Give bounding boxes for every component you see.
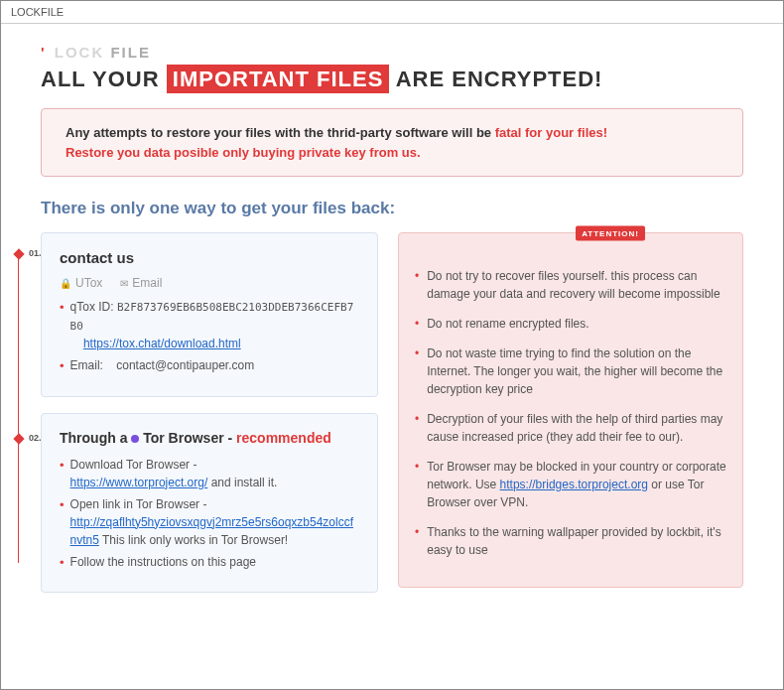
attention-box: ATTENTION! Do not try to recover files y… <box>398 232 743 588</box>
tor-heading: Through a Tor Browser - recommended <box>60 430 359 446</box>
qtox-label: qTox ID: <box>70 300 114 314</box>
columns: 01. 02. contact us 🔒UTox ✉Email qTox ID: <box>41 232 743 609</box>
instructions-heading: There is only one way to get your files … <box>41 199 743 218</box>
step-diamond-1 <box>13 248 24 259</box>
tor-card: Through a Tor Browser - recommended Down… <box>41 413 378 594</box>
list-item: Do not waste time trying to find the sol… <box>415 345 726 398</box>
window-title: LOCKFILE <box>11 6 64 18</box>
alert-line2: Restore you data posible only buying pri… <box>65 145 421 160</box>
list-item: Open link in Tor Browser - http://zqaflh… <box>60 495 359 549</box>
mail-icon: ✉ <box>120 278 128 289</box>
contact-list: qTox ID: B2F873769EB6B508EBC2103DDEB7366… <box>60 298 359 376</box>
headline-pre: ALL YOUR <box>41 67 160 91</box>
logo-word-lock: LOCK <box>55 44 105 61</box>
list-item: Email: contact@contipauper.com <box>60 356 359 376</box>
content-area: ' LOCK FILE ALL YOUR IMPORTANT FILES ARE… <box>1 24 783 628</box>
contact-heading: contact us <box>60 249 359 266</box>
contact-tabs: 🔒UTox ✉Email <box>60 276 359 290</box>
ransom-window: LOCKFILE ' LOCK FILE ALL YOUR IMPORTANT … <box>0 0 784 690</box>
alert-line1-pre: Any attempts to restore your files with … <box>65 125 495 140</box>
attention-list: Do not try to recover files yourself. th… <box>415 267 726 559</box>
tab-utox[interactable]: 🔒UTox <box>60 276 102 290</box>
list-item: Thanks to the warning wallpaper provided… <box>415 523 726 559</box>
step-diamond-2 <box>13 433 24 444</box>
email-value: contact@contipauper.com <box>116 358 254 372</box>
logo-tick-icon: ' <box>41 44 47 61</box>
step-number-2: 02. <box>29 433 42 443</box>
tox-download-link[interactable]: https://tox.chat/download.html <box>83 337 241 350</box>
tor-steps: Download Tor Browser - https://www.torpr… <box>60 456 359 573</box>
tab-email[interactable]: ✉Email <box>120 276 162 290</box>
list-item: Download Tor Browser - https://www.torpr… <box>60 456 359 491</box>
list-item: Decryption of your files with the help o… <box>415 410 726 446</box>
headline-post: ARE ENCRYPTED! <box>396 67 603 91</box>
headline-badge: IMPORTANT FILES <box>167 65 390 93</box>
list-item: Follow the instructions on this page <box>60 553 359 573</box>
alert-line1-fatal: fatal for your files! <box>495 125 607 140</box>
brand-logo: ' LOCK FILE <box>41 44 743 61</box>
list-item: Tor Browser may be blocked in your count… <box>415 458 726 511</box>
contact-card: contact us 🔒UTox ✉Email qTox ID: B2F8737… <box>41 232 378 397</box>
right-column: ATTENTION! Do not try to recover files y… <box>398 232 743 609</box>
logo-word-file: FILE <box>110 44 151 61</box>
headline: ALL YOUR IMPORTANT FILES ARE ENCRYPTED! <box>41 67 743 92</box>
step-indicator: 01. 02. <box>15 248 35 569</box>
window-titlebar: LOCKFILE <box>1 1 783 24</box>
list-item: Do not rename encrypted files. <box>415 315 726 333</box>
recommended-label: recommended <box>236 430 331 446</box>
lock-icon: 🔒 <box>60 278 71 289</box>
email-label: Email: <box>70 358 103 372</box>
attention-badge: ATTENTION! <box>576 226 645 241</box>
list-item: qTox ID: B2F873769EB6B508EBC2103DDEB7366… <box>60 298 359 352</box>
step-line <box>18 254 19 563</box>
list-item: Do not try to recover files yourself. th… <box>415 267 726 303</box>
step-number-1: 01. <box>29 248 42 258</box>
left-column: 01. 02. contact us 🔒UTox ✉Email qTox ID: <box>41 232 378 609</box>
warning-banner: Any attempts to restore your files with … <box>41 108 743 177</box>
torproject-link[interactable]: https://www.torproject.org/ <box>70 476 208 489</box>
bridges-link[interactable]: https://bridges.torproject.org <box>500 478 648 491</box>
